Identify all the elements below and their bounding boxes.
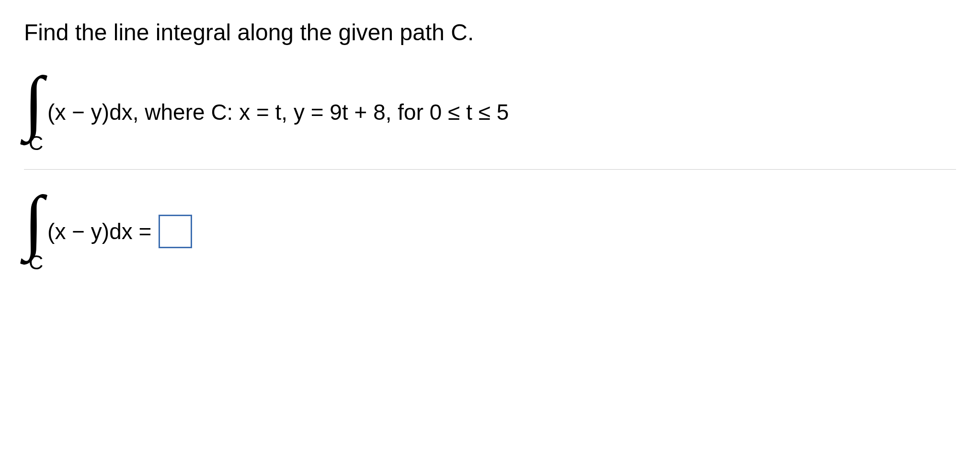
- question-prompt: Find the line integral along the given p…: [24, 19, 956, 46]
- answer-expression: (x − y)dx =: [47, 215, 192, 248]
- section-divider: [24, 169, 956, 170]
- integral-sign-icon: ∫: [24, 69, 44, 134]
- integral-expression: (x − y)dx , where C: x = t, y = 9t + 8, …: [47, 99, 509, 125]
- question-integral-row: ∫ C (x − y)dx , where C: x = t, y = 9t +…: [24, 69, 956, 155]
- integral-symbol-wrapper: ∫ C: [24, 69, 44, 155]
- integral-sign-icon: ∫: [24, 189, 44, 253]
- integrand-text: (x − y)dx: [47, 99, 133, 125]
- integral-bound: C: [29, 251, 43, 274]
- answer-integral-row: ∫ C (x − y)dx =: [24, 189, 956, 274]
- integral-bound: C: [29, 132, 43, 155]
- answer-integrand-text: (x − y)dx =: [47, 219, 151, 244]
- where-clause: , where C: x = t, y = 9t + 8, for 0 ≤ t …: [133, 99, 509, 125]
- answer-input-box[interactable]: [159, 215, 192, 248]
- integral-symbol-wrapper: ∫ C: [24, 189, 44, 274]
